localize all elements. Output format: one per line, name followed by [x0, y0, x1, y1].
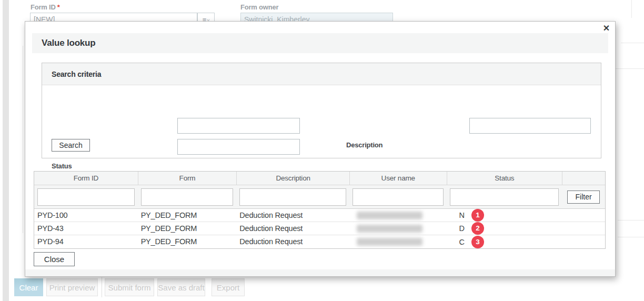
value-lookup-dialog: ✕ Value lookup Search criteria Form ID D… — [25, 21, 616, 277]
filter-button[interactable]: Filter — [567, 190, 600, 204]
status-badge: 1 — [471, 209, 484, 222]
cell-description: Deduction Request — [236, 235, 349, 248]
form-id-label: Form ID* — [31, 3, 60, 11]
results-table: Form ID Form Description User name Statu… — [34, 171, 606, 249]
background-panel-line-1 — [621, 43, 644, 43]
filter-form-id-input[interactable] — [37, 188, 135, 206]
column-header-form-id: Form ID — [34, 172, 138, 185]
cell-status: D 2 — [447, 222, 562, 235]
background-panel-line-2 — [616, 68, 644, 69]
table-row[interactable]: PYD-43 PY_DED_FORM Deduction Request D 2 — [34, 222, 605, 235]
background-panel-line-4 — [618, 237, 644, 237]
cell-form: PY_DED_FORM — [138, 235, 237, 248]
cell-user-name — [349, 235, 447, 248]
table-header-row: Form ID Form Description User name Statu… — [34, 172, 605, 185]
dialog-footer-strip — [25, 269, 615, 276]
export-button[interactable]: Export — [212, 278, 245, 296]
footer-button-divider — [102, 277, 102, 297]
filter-description-input[interactable] — [239, 188, 346, 206]
close-button[interactable]: Close — [34, 252, 75, 266]
page-left-gutter — [3, 0, 9, 301]
form-owner-label: Form owner — [240, 3, 278, 11]
cell-form-id: PYD-43 — [34, 222, 138, 235]
user-name-redacted — [357, 212, 422, 219]
search-status-label: Status — [52, 162, 72, 170]
cell-actions — [562, 235, 605, 248]
status-value: D — [459, 222, 465, 235]
cell-form: PY_DED_FORM — [138, 209, 237, 222]
cell-form-id: PYD-100 — [34, 209, 138, 222]
table-row[interactable]: PYD-94 PY_DED_FORM Deduction Request C 3 — [34, 235, 605, 248]
filter-user-name-input[interactable] — [353, 188, 444, 206]
table-filter-row: Filter — [34, 185, 605, 209]
user-name-redacted — [357, 238, 422, 246]
cell-status: C 3 — [447, 235, 562, 248]
close-icon[interactable]: ✕ — [603, 23, 610, 34]
cell-user-name — [349, 222, 447, 235]
print-preview-button[interactable]: Print preview — [46, 278, 98, 296]
column-header-user-name: User name — [349, 172, 447, 185]
filter-status-input[interactable] — [450, 188, 559, 206]
status-value: N — [459, 209, 465, 222]
table-row[interactable]: PYD-100 PY_DED_FORM Deduction Request N … — [34, 209, 605, 222]
submit-form-button[interactable]: Submit form — [105, 278, 154, 296]
search-description-input[interactable] — [469, 118, 591, 134]
cell-actions — [562, 222, 605, 235]
background-panel-line-3 — [618, 220, 644, 220]
form-id-label-text: Form ID — [31, 3, 56, 11]
column-header-form: Form — [138, 172, 237, 185]
cell-status: N 1 — [447, 209, 562, 222]
search-form-id-input[interactable] — [177, 118, 300, 134]
column-header-description: Description — [236, 172, 349, 185]
search-criteria-panel: Search criteria Form ID Description Stat… — [42, 63, 601, 158]
required-asterisk: * — [57, 3, 60, 11]
column-header-actions — [562, 172, 605, 185]
cell-user-name — [349, 209, 447, 222]
search-status-input[interactable] — [177, 139, 300, 155]
status-badge: 3 — [471, 236, 484, 248]
status-value: C — [459, 236, 465, 248]
save-as-draft-button[interactable]: Save as draft — [157, 278, 205, 296]
dialog-title: Value lookup — [42, 38, 95, 48]
cell-description: Deduction Request — [236, 209, 349, 222]
user-name-redacted — [357, 225, 422, 233]
search-button[interactable]: Search — [52, 139, 90, 152]
background-panel-left-edge — [23, 46, 23, 233]
filter-form-input[interactable] — [141, 188, 234, 206]
clear-button[interactable]: Clear — [14, 278, 43, 296]
dialog-title-bar: Value lookup — [32, 33, 608, 53]
cell-form: PY_DED_FORM — [138, 222, 237, 235]
status-badge: 2 — [471, 222, 484, 235]
cell-form-id: PYD-94 — [34, 235, 138, 248]
cell-description: Deduction Request — [236, 222, 349, 235]
screen: Form ID* ≡ ˅ Form owner Clear Print prev… — [0, 0, 644, 301]
cell-actions — [562, 209, 605, 222]
search-description-label: Description — [346, 141, 383, 149]
search-criteria-heading: Search criteria — [42, 63, 601, 85]
background-panel-right-edge — [631, 0, 632, 18]
column-header-status: Status — [447, 172, 562, 185]
